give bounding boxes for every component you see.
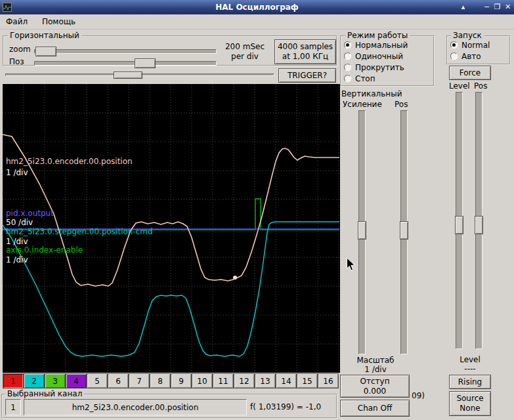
trigger-level-readout-value: ---- <box>446 364 494 373</box>
channel-button-8[interactable]: 8 <box>150 373 171 388</box>
channel-button-15[interactable]: 15 <box>297 373 318 388</box>
vertical-pos-slider-trough[interactable] <box>400 110 408 354</box>
rising-button[interactable]: Rising <box>449 375 491 389</box>
channel-button-2[interactable]: 2 <box>24 373 45 388</box>
radio-run-mode-3[interactable]: Стоп <box>344 73 408 84</box>
channel-button-10[interactable]: 10 <box>192 373 213 388</box>
channel-select-row: 12345678910111213141516 <box>3 373 339 388</box>
trigger-level-slider-handle[interactable] <box>455 216 463 234</box>
scope-scale-pid-output: 50 /div <box>6 218 33 227</box>
vertical-section-title: Вертикальный <box>341 89 402 98</box>
menu-file[interactable]: Файл <box>0 14 33 29</box>
gain-slider-trough[interactable] <box>358 110 366 354</box>
zoom-slider-handle[interactable] <box>35 47 56 56</box>
run-mode-title: Режим работы <box>345 31 410 40</box>
scope-scale-encoder: 1 /div <box>6 168 28 177</box>
radio-icon <box>450 52 458 60</box>
channel-button-13[interactable]: 13 <box>255 373 276 388</box>
radio-label: Авто <box>461 52 481 61</box>
radio-trigger-mode-0[interactable]: Normal <box>450 39 490 51</box>
samples-button[interactable]: 4000 samples at 1,00 КГц <box>274 39 336 64</box>
selected-channel-number: 1 <box>5 399 21 415</box>
channel-button-12[interactable]: 12 <box>234 373 255 388</box>
trigger-pos-slider-trough[interactable] <box>475 92 482 349</box>
sample-rate-line2: per div <box>218 52 272 62</box>
trigger-marker <box>233 276 237 280</box>
chan-off-button-label: Chan Off <box>358 404 392 413</box>
channel-button-6[interactable]: 6 <box>108 373 129 388</box>
radio-run-mode-0[interactable]: Нормальный <box>344 39 408 51</box>
sample-rate-line1: 200 mSec <box>218 42 272 52</box>
selected-channel-title: Выбранный канал <box>5 389 84 398</box>
readout-text: f( 1,03199) = -1,0 <box>250 402 321 411</box>
scope-scale-index-enable: 1 /div <box>6 255 28 264</box>
radio-run-mode-1[interactable]: Одиночный <box>344 51 408 62</box>
radio-label: Стоп <box>355 74 375 83</box>
halscope-window: HAL Осциллограф ▴ − ❐ ✕ Файл Помощь Гори… <box>0 0 514 420</box>
vertical-pos-slider-handle[interactable] <box>400 221 408 240</box>
horizontal-pos-label: Поз <box>9 57 24 66</box>
trigger-level-readout-label: Level <box>446 355 494 364</box>
source-button-line2: None <box>460 404 480 413</box>
vertical-pos-label: Pos <box>395 100 408 109</box>
selected-channel-name[interactable]: hm2_5i23.0.encoder.00.position <box>24 399 247 415</box>
channel-button-4[interactable]: 4 <box>66 373 87 388</box>
zoom-label: zoom <box>9 45 31 54</box>
horizontal-group-title: Горизонтальный <box>8 31 81 40</box>
maximize-button[interactable]: ❐ <box>492 1 502 12</box>
radio-label: Нормальный <box>355 41 408 50</box>
shade-button[interactable]: ▴ <box>458 1 468 12</box>
scope-label-pid-output: pid.x.output <box>6 209 54 218</box>
trigger-mode-options: NormalАвто <box>450 39 490 62</box>
scale-readout-value: 1 /div <box>340 365 411 374</box>
channel-button-14[interactable]: 14 <box>276 373 297 388</box>
scope-label-stepgen: hm2_5i23.0.stepgen.00.position-cmd <box>6 227 153 236</box>
scope-scale-stepgen: 1 /div <box>6 237 28 246</box>
gain-slider-handle[interactable] <box>358 221 366 240</box>
trigger-question-button[interactable]: TRIGGER? <box>278 68 336 83</box>
radio-icon <box>344 52 351 60</box>
trigger-pos-col-label: Pos <box>474 81 487 91</box>
close-button[interactable]: ✕ <box>503 1 513 12</box>
channel-button-3[interactable]: 3 <box>45 373 66 388</box>
channel-button-11[interactable]: 11 <box>213 373 234 388</box>
radio-run-mode-2[interactable]: Прокрутить <box>344 62 408 73</box>
chan-off-button[interactable]: Chan Off <box>340 400 410 417</box>
menu-help[interactable]: Помощь <box>36 14 81 29</box>
minimize-button[interactable]: − <box>482 1 492 12</box>
force-button-label: Force <box>460 68 481 78</box>
channel-button-16[interactable]: 16 <box>318 373 339 388</box>
scale-readout: Масштаб 1 /div <box>340 356 411 374</box>
trigger-pos-slider-handle[interactable] <box>475 216 483 234</box>
radio-label: Прокрутить <box>355 63 404 72</box>
offset-button-line2: 0.000 <box>364 387 386 396</box>
samples-button-line2: at 1,00 КГц <box>282 52 328 62</box>
trigger-position-slider-trough[interactable] <box>5 74 274 76</box>
mouse-cursor <box>346 257 356 272</box>
samples-button-line1: 4000 samples <box>278 42 333 52</box>
trigger-level-slider-trough[interactable] <box>456 92 463 349</box>
channel-button-7[interactable]: 7 <box>129 373 150 388</box>
sample-rate-label: 200 mSec per div <box>218 42 272 62</box>
zoom-slider-trough[interactable] <box>34 49 217 54</box>
scope-label-encoder: hm2_5i23.0.encoder.00.position <box>6 157 133 166</box>
radio-trigger-mode-1[interactable]: Авто <box>450 51 490 62</box>
trigger-position-slider-handle[interactable] <box>114 72 142 79</box>
source-button[interactable]: Source None <box>449 391 491 416</box>
channel-button-1[interactable]: 1 <box>3 373 24 388</box>
trigger-level-readout: Level ---- <box>446 355 494 373</box>
trigger-level-col-label: Level <box>449 81 470 91</box>
mouse-cursor-shape <box>347 258 355 270</box>
trigger-group-title: Запуск <box>451 31 484 40</box>
channel-button-5[interactable]: 5 <box>87 373 108 388</box>
horizontal-pos-slider-trough[interactable] <box>34 61 217 66</box>
channel-button-9[interactable]: 9 <box>171 373 192 388</box>
run-mode-options: НормальныйОдиночныйПрокрутитьСтоп <box>344 39 408 84</box>
offset-button[interactable]: Отступ 0.000 <box>340 375 410 398</box>
source-button-line1: Source <box>456 394 483 404</box>
titlebar[interactable]: HAL Осциллограф ▴ − ❐ ✕ <box>0 0 514 14</box>
gain-label: Усиление <box>343 100 382 109</box>
trigger-question-label: TRIGGER? <box>288 71 327 81</box>
force-button[interactable]: Force <box>449 66 491 80</box>
horizontal-pos-slider-handle[interactable] <box>135 58 156 68</box>
